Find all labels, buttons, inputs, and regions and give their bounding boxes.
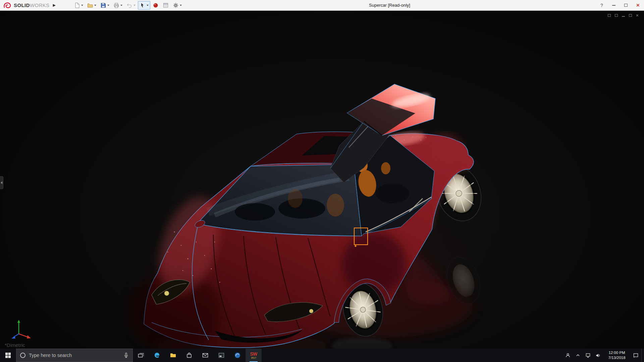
graphics-viewport[interactable]: × *Dimetric <box>0 11 644 349</box>
clock-time: 12:00 PM <box>604 350 630 355</box>
doc-maximize-icon[interactable] <box>629 14 632 17</box>
design-table-icon <box>163 2 169 8</box>
system-tray: 12:00 PM 7/13/2018 <box>564 349 644 362</box>
menu-flyout-arrow[interactable]: ▶ <box>53 3 56 7</box>
cortana-icon <box>20 352 26 358</box>
solidworks-logo: SOLIDWORKS <box>0 2 52 9</box>
undo-icon <box>126 2 132 8</box>
view-orientation-label: *Dimetric <box>5 342 25 348</box>
doc-minimize-icon[interactable] <box>622 16 625 17</box>
desktop: { "titlebar": { "brand_solid": "SOLID", … <box>0 0 644 362</box>
task-view-button[interactable] <box>133 349 149 362</box>
edge-icon <box>154 352 160 359</box>
brand-solid: SOLID <box>14 2 30 8</box>
open-button[interactable] <box>86 1 98 10</box>
chevron-down-icon <box>81 5 83 6</box>
new-document-button[interactable] <box>72 1 85 10</box>
shopping-bag-icon <box>186 352 193 359</box>
close-icon: × <box>636 2 640 9</box>
window-controls: ? × <box>596 0 644 11</box>
tray-overflow-button[interactable] <box>574 349 582 362</box>
maximize-icon <box>624 4 628 7</box>
taskbar: SW 2017 12:0 <box>0 349 644 362</box>
undo-button[interactable] <box>125 1 137 10</box>
network-icon <box>585 353 591 358</box>
search-box[interactable] <box>16 349 133 362</box>
microphone-icon[interactable] <box>123 352 129 358</box>
person-icon <box>565 353 571 358</box>
brand-text: SOLIDWORKS <box>14 2 50 8</box>
network-button[interactable] <box>584 349 592 362</box>
print-button[interactable] <box>112 1 124 10</box>
doc-restore-icon[interactable] <box>615 14 618 17</box>
chevron-down-icon <box>180 5 182 6</box>
options-button[interactable] <box>171 1 183 10</box>
select-cursor-icon <box>140 2 146 8</box>
volume-button[interactable] <box>594 349 602 362</box>
help-icon: ? <box>600 3 603 8</box>
chevron-down-icon <box>107 5 109 6</box>
gear-icon <box>173 2 179 8</box>
toolbar <box>72 1 183 10</box>
composer-icon <box>234 352 241 359</box>
people-button[interactable] <box>564 349 572 362</box>
chevron-up-icon <box>575 353 581 358</box>
chevron-down-icon <box>133 5 136 6</box>
orientation-triad <box>7 318 36 343</box>
doc-restore-icon[interactable] <box>608 14 611 17</box>
chevron-down-icon <box>94 5 96 6</box>
windows-logo-icon <box>5 352 11 359</box>
envelope-icon <box>202 352 209 359</box>
media-app-button[interactable] <box>213 349 229 362</box>
chevron-down-icon <box>147 5 149 6</box>
chevron-left-icon <box>1 181 2 184</box>
show-desktop-strip[interactable] <box>641 349 643 362</box>
design-table-button[interactable] <box>161 1 170 10</box>
new-document-icon <box>74 2 80 8</box>
app-window-icon <box>218 352 225 359</box>
help-button[interactable]: ? <box>596 0 608 11</box>
store-button[interactable] <box>181 349 197 362</box>
save-button[interactable] <box>99 1 111 10</box>
brand-works: WORKS <box>30 2 50 8</box>
speaker-icon <box>595 353 601 358</box>
minimize-button[interactable] <box>608 0 620 11</box>
appearances-button[interactable] <box>151 1 160 10</box>
close-button[interactable]: × <box>632 0 644 11</box>
titlebar: SOLIDWORKS ▶ <box>0 0 644 11</box>
start-button[interactable] <box>0 349 16 362</box>
doc-close-icon[interactable]: × <box>636 13 639 17</box>
document-window-controls: × <box>608 13 639 17</box>
ds-logo-icon <box>3 2 12 9</box>
mail-button[interactable] <box>197 349 213 362</box>
appearance-ball-icon <box>153 2 159 8</box>
task-view-icon <box>138 352 144 358</box>
save-icon <box>100 2 106 8</box>
clock-date: 7/13/2018 <box>604 355 630 360</box>
action-center-button[interactable] <box>631 349 640 362</box>
solidworks-2017-button[interactable]: SW 2017 <box>246 349 262 362</box>
folder-icon <box>170 352 176 359</box>
select-tool-button[interactable] <box>138 1 150 10</box>
clock[interactable]: 12:00 PM 7/13/2018 <box>604 350 630 360</box>
window-title: Supercar [Read-only] <box>183 3 596 8</box>
file-explorer-button[interactable] <box>165 349 181 362</box>
action-center-icon <box>633 353 639 358</box>
composer-app-button[interactable] <box>229 349 246 362</box>
3d-model-supercar[interactable] <box>0 11 644 349</box>
feature-panel-flyout-tab[interactable] <box>0 176 3 189</box>
minimize-icon <box>612 5 615 6</box>
solidworks-2017-icon: SW 2017 <box>250 352 257 359</box>
print-icon <box>113 2 119 8</box>
chevron-down-icon <box>120 5 122 6</box>
solidworks-app-label: SW <box>250 352 257 356</box>
open-folder-icon <box>87 2 93 8</box>
edge-button[interactable] <box>149 349 165 362</box>
maximize-button[interactable] <box>620 0 632 11</box>
solidworks-app-year: 2017 <box>251 357 256 359</box>
search-input[interactable] <box>29 353 120 358</box>
